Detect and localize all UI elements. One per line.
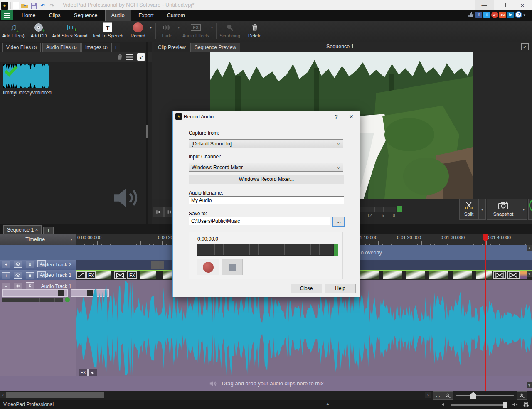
audio-mix-dropzone[interactable]: Drag and drop your audio clips here to m… [0,376,532,391]
add-bin-tab-button[interactable]: + [111,43,120,52]
snapshot-button[interactable]: Snapshot ▾ [487,199,527,220]
scroll-right-icon[interactable]: › [425,392,431,398]
fade-dropdown[interactable]: ▾ [176,22,181,41]
add-sequence-button[interactable]: + [43,227,54,234]
track-visibility-icon[interactable] [14,261,22,268]
camera-360-button[interactable]: 360 [528,199,532,220]
dialog-close-button[interactable]: Close [291,284,322,293]
tab-audio[interactable]: Audio [105,10,131,21]
shrink-panel-icon[interactable]: ↙ [137,53,145,61]
video-clip-thumbnail[interactable] [520,271,527,279]
twitter-icon[interactable]: t [483,12,490,18]
dialog-title-bar[interactable]: ★ Record Audio ? × [173,111,360,123]
tab-clip-preview[interactable]: Clip Preview [154,43,190,52]
record-dropdown[interactable]: ▾ [148,22,154,41]
go-to-start-button[interactable] [153,207,164,217]
detach-preview-icon[interactable]: ↙ [521,43,529,50]
input-channel-select[interactable]: Windows Record Mixer∨ [189,163,343,172]
tab-video-files[interactable]: Video Files (5) [2,43,41,52]
fade-button[interactable]: Fade [157,22,177,41]
record-stop-button[interactable] [222,259,243,275]
linkedin-icon[interactable]: in [507,12,514,18]
new-project-icon[interactable] [13,2,19,9]
dialog-close-icon[interactable]: × [344,111,358,123]
facebook-icon[interactable]: f [475,12,482,18]
tab-images[interactable]: Images (1) [81,43,111,52]
list-view-icon[interactable] [126,54,133,60]
help-dropdown-icon[interactable]: ▾ [523,13,525,17]
tab-export[interactable]: Export [133,10,159,21]
bin-delete-icon[interactable] [117,54,123,61]
track-clips-icon[interactable]: ⠿ [26,261,34,268]
dialog-help-button[interactable]: ? [329,111,343,123]
like-icon[interactable] [468,12,474,18]
add-files-button[interactable]: ♫+ Add File(s) [1,22,26,41]
track-mute-icon[interactable] [14,283,22,290]
expand-panel-icon[interactable]: ▲ [325,401,330,406]
audio-clip-name[interactable]: JimmyDorseyVmildred... [2,90,56,96]
minimize-button[interactable]: — [475,0,494,10]
video-clip-thumbnail[interactable] [406,271,425,279]
audio-scroll-down-icon[interactable]: ▼ [527,382,532,388]
text-to-speech-button[interactable]: T Text To Speech [90,22,126,41]
fade-in-icon[interactable] [76,271,86,279]
audio-effects-button[interactable]: FX Audio Effects [182,22,209,41]
video-clip-thumbnail[interactable] [453,271,472,279]
playback-volume-slider[interactable] [451,404,507,406]
stumbleupon-icon[interactable]: su [499,12,506,18]
snapshot-dropdown[interactable]: ▾ [520,199,527,219]
tab-custom[interactable]: Custom [161,10,191,21]
scroll-left-icon[interactable]: ‹ [0,392,6,398]
video-clip-thumbnail[interactable] [96,271,111,279]
tab-sequence[interactable]: Sequence [68,10,103,21]
tracks-scroll-down-icon[interactable]: ▼ [527,271,532,277]
video-clip-thumbnail[interactable] [383,271,402,279]
video-clip-thumbnail[interactable] [140,271,156,279]
delete-button[interactable]: Delete [245,22,264,41]
undo-icon[interactable]: ↶ [39,2,47,10]
fit-timeline-icon[interactable]: ↔ [433,391,443,400]
maximize-button[interactable] [494,0,513,10]
open-project-icon[interactable] [21,2,28,10]
add-cd-button[interactable]: + Add CD [27,22,50,41]
clip-speaker-badge[interactable] [88,369,97,377]
video-track-2-clip[interactable] [151,261,164,269]
timeline-zoom-handle[interactable] [470,392,476,399]
save-to-input[interactable] [189,217,330,225]
crossfade-transition-icon[interactable] [507,271,520,279]
windows-record-mixer-button[interactable]: Windows Record Mixer... [189,175,344,184]
main-menu-button[interactable] [1,10,13,20]
timeline-scroll-thumb[interactable] [6,392,104,398]
track-volume-slider[interactable] [2,289,68,297]
volume-max-icon[interactable] [512,402,518,407]
clip-fx-badge[interactable]: FX [86,271,96,279]
video-clip-thumbnail[interactable] [476,271,492,279]
tab-clips[interactable]: Clips [43,10,66,21]
zoom-in-icon[interactable] [517,391,527,400]
previous-frame-button[interactable] [164,207,173,217]
zoom-out-icon[interactable] [443,391,453,400]
scrubbing-button[interactable]: Scrubbing [218,22,242,41]
panel-splitter-handle[interactable] [146,125,148,138]
timeline-mode-selector[interactable]: Timeline ▾ [0,234,76,245]
add-stock-sound-button[interactable]: + Add Stock Sound [51,22,89,41]
dialog-help-button2[interactable]: Help [325,284,356,293]
audio-clip-thumbnail[interactable] [3,64,49,88]
close-sequence-icon[interactable]: × [35,227,38,233]
save-icon[interactable] [30,2,37,10]
tab-audio-files[interactable]: Audio Files (1) [42,43,81,53]
video-clip-thumbnail[interactable] [429,271,448,279]
clip-fx-badge[interactable]: FX [127,271,137,279]
sequence-tab[interactable]: Sequence 1 × [3,225,42,234]
record-button[interactable]: Record [127,22,149,41]
audio-effects-dropdown[interactable]: ▾ [209,22,214,41]
audio-mixer-icon[interactable] [523,401,529,408]
track-lock-icon[interactable] [26,282,34,289]
tracks-scroll-up-icon[interactable]: ▲ [527,245,532,251]
browse-button[interactable]: ... [332,217,345,227]
volume-min-icon[interactable] [441,402,446,407]
add-track-icon[interactable]: + [2,261,10,268]
playhead-line[interactable] [485,242,486,391]
help-icon[interactable]: ? [515,11,522,18]
clip-fx-badge[interactable]: FX [79,369,88,377]
